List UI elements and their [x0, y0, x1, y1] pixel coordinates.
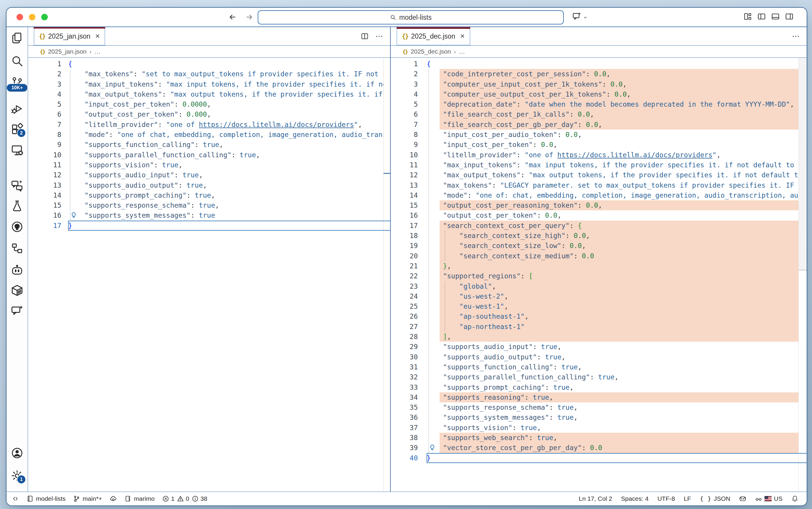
code-line[interactable]: 1{	[28, 59, 390, 69]
scrollbar-track[interactable]	[799, 58, 807, 491]
code-line[interactable]: 2 "max_tokens": "set to max_output_token…	[28, 69, 390, 79]
code-line[interactable]: 35 "supports_response_schema": true,	[391, 402, 807, 412]
code-line[interactable]: 26 "ap-southeast-1",	[391, 311, 807, 321]
customize-layout-icon[interactable]	[743, 12, 752, 21]
code-line[interactable]: 20 "search_context_size_medium": 0.0	[391, 251, 807, 261]
code-line[interactable]: 16 "supports_system_messages": true	[28, 210, 390, 220]
code-line[interactable]: 3 "max_input_tokens": "max input tokens,…	[28, 79, 390, 89]
code-line[interactable]: 25 "eu-west-1",	[391, 301, 807, 311]
language-mode[interactable]: { } JSON	[700, 495, 730, 502]
activity-item-testing[interactable]	[11, 199, 24, 212]
cursor-position[interactable]: Ln 17, Col 2	[579, 495, 612, 502]
code-line[interactable]: 6 "file_search_cost_per_1k_calls": 0.0,	[391, 109, 807, 119]
code-line[interactable]: 5 "input_cost_per_token": 0.0000,	[28, 99, 390, 109]
code-line[interactable]: 16 "output_cost_per_token": 0.0,	[391, 210, 807, 220]
code-line[interactable]: 36 "supports_system_messages": true,	[391, 412, 807, 422]
close-icon[interactable]: ✕	[460, 33, 465, 40]
activity-item-search[interactable]	[11, 55, 24, 67]
code-line[interactable]: 7 "litellm_provider": "one of https://do…	[28, 120, 390, 130]
code-line[interactable]: 4 "computer_use_output_cost_per_1k_token…	[391, 89, 807, 99]
code-line[interactable]: 5 "deprecation_date": "date when the mod…	[391, 99, 807, 109]
close-icon[interactable]: ✕	[95, 33, 100, 40]
code-line[interactable]: 34 "supports_reasoning": true,	[391, 393, 807, 402]
status-repo[interactable]: model-lists	[27, 495, 65, 502]
command-center-search[interactable]: model-lists	[258, 10, 564, 25]
code-line[interactable]: 9 "supports_function_calling": true,	[28, 140, 390, 149]
code-line[interactable]: 29 "supports_audio_input": true,	[391, 342, 807, 352]
code-line[interactable]: 38 "supports_web_search": true,	[391, 433, 807, 443]
minimize-window-button[interactable]	[29, 14, 35, 20]
toggle-panel-icon[interactable]	[771, 12, 780, 21]
code-line[interactable]: 37 "supports_vision": true,	[391, 423, 807, 433]
activity-item-source-control[interactable]: 10K+	[11, 76, 24, 89]
code-line[interactable]: 10 "litellm_provider": "one of https://d…	[391, 150, 807, 160]
split-editor-icon[interactable]	[361, 32, 369, 40]
code-line[interactable]: 31 "supports_function_calling": true,	[391, 362, 807, 372]
code-line[interactable]: 18 "search_context_size_high": 0.0,	[391, 231, 807, 241]
close-window-button[interactable]	[17, 14, 23, 20]
code-line[interactable]: 24 "us-west-2",	[391, 291, 807, 301]
code-line[interactable]: 3 "computer_use_input_cost_per_1k_tokens…	[391, 79, 807, 89]
code-line[interactable]: 21 },	[391, 261, 807, 271]
zoom-window-button[interactable]	[41, 14, 48, 20]
tab-2025-jan-json[interactable]: {} 2025_jan.json ✕	[34, 27, 105, 45]
back-arrow-icon[interactable]	[228, 13, 237, 22]
activity-item-accounts[interactable]	[11, 446, 24, 460]
keyboard-layout[interactable]: US	[755, 495, 782, 502]
sync-changes[interactable]	[110, 495, 117, 502]
code-line[interactable]: 12 "supports_audio_input": true,	[28, 170, 390, 180]
code-line[interactable]: 10 "supports_parallel_function_calling":…	[28, 150, 390, 160]
code-line[interactable]: 13 "supports_audio_output": true,	[28, 180, 390, 190]
code-line[interactable]: 32 "supports_parallel_function_calling":…	[391, 372, 807, 382]
activity-item-comments-ai[interactable]	[11, 304, 24, 317]
activity-item-settings[interactable]: 1	[11, 469, 24, 482]
code-line[interactable]: 15 "output_cost_per_reasoning_token": 0.…	[391, 200, 807, 210]
activity-item-remote-explorer[interactable]	[11, 143, 24, 157]
link-text[interactable]: https://docs.litellm.ai/docs/providers	[557, 151, 712, 159]
code-line[interactable]: 15 "supports_response_schema": true,	[28, 200, 390, 210]
code-line[interactable]: 13 "max_tokens": "LEGACY parameter. set …	[391, 180, 807, 190]
status-container[interactable]: marimo	[124, 495, 155, 502]
activity-item-extensions[interactable]: 2	[11, 123, 24, 136]
activity-item-containers[interactable]	[11, 284, 24, 297]
forward-arrow-icon[interactable]	[245, 13, 254, 22]
tab-2025-dec-json[interactable]: {} 2025_dec.json ✕	[397, 27, 470, 45]
problems-indicator[interactable]: 1 0 38	[162, 495, 207, 502]
remote-indicator[interactable]	[12, 495, 19, 502]
activity-item-ai-assistant[interactable]	[11, 263, 24, 276]
copilot-menu-button[interactable]: ⌄	[572, 11, 588, 21]
breadcrumb-left[interactable]: {} 2025_jan.json › …	[28, 46, 390, 58]
scrollbar-track[interactable]	[383, 58, 390, 491]
code-line[interactable]: 8 "input_cost_per_audio_token": 0.0,	[391, 130, 807, 140]
code-line[interactable]: 17 "search_context_cost_per_query": {	[391, 220, 807, 231]
code-line[interactable]: 12 "max_output_tokens": "max output toke…	[391, 170, 807, 180]
more-actions-icon[interactable]: ⋯	[792, 32, 800, 41]
code-line[interactable]: 17}	[28, 220, 390, 231]
activity-item-references[interactable]	[11, 242, 24, 255]
link-text[interactable]: https://docs.litellm.ai/docs/providers	[199, 121, 354, 129]
breadcrumb-right[interactable]: {} 2025_dec.json › …	[391, 46, 807, 58]
activity-item-github[interactable]	[11, 220, 24, 233]
code-line[interactable]: 30 "supports_audio_output": true,	[391, 352, 807, 362]
code-editor-left[interactable]: 1{2 "max_tokens": "set to max_output_tok…	[28, 58, 390, 491]
code-line[interactable]: 27 "ap-northeast-1"	[391, 322, 807, 332]
notifications[interactable]	[791, 495, 799, 502]
eol-setting[interactable]: LF	[684, 495, 691, 502]
code-line[interactable]: 19 "search_context_size_low": 0.0,	[391, 241, 807, 251]
code-line[interactable]: 4 "max_output_tokens": "max output token…	[28, 89, 390, 99]
lightbulb-icon[interactable]	[70, 211, 77, 219]
code-line[interactable]: 14 "supports_prompt_caching": true,	[28, 190, 390, 200]
code-line[interactable]: 22 "supported_regions": [	[391, 271, 807, 281]
code-line[interactable]: 33 "supports_prompt_caching": true,	[391, 382, 807, 393]
code-editor-right[interactable]: 1{2 "code_interpreter_cost_per_session":…	[391, 58, 807, 491]
code-line[interactable]: 1{	[391, 59, 807, 69]
code-line[interactable]: 23 "global",	[391, 281, 807, 291]
encoding-setting[interactable]: UTF-8	[657, 495, 675, 502]
code-line[interactable]: 7 "file_search_cost_per_gb_per_day": 0.0…	[391, 120, 807, 130]
copilot-status[interactable]	[739, 495, 746, 502]
toggle-secondary-sidebar-icon[interactable]	[785, 12, 794, 21]
code-line[interactable]: 28 ],	[391, 332, 807, 342]
lightbulb-icon[interactable]	[429, 444, 436, 451]
code-line[interactable]: 2 "code_interpreter_cost_per_session": 0…	[391, 69, 807, 79]
code-line[interactable]: 11 "supports_vision": true,	[28, 160, 390, 170]
